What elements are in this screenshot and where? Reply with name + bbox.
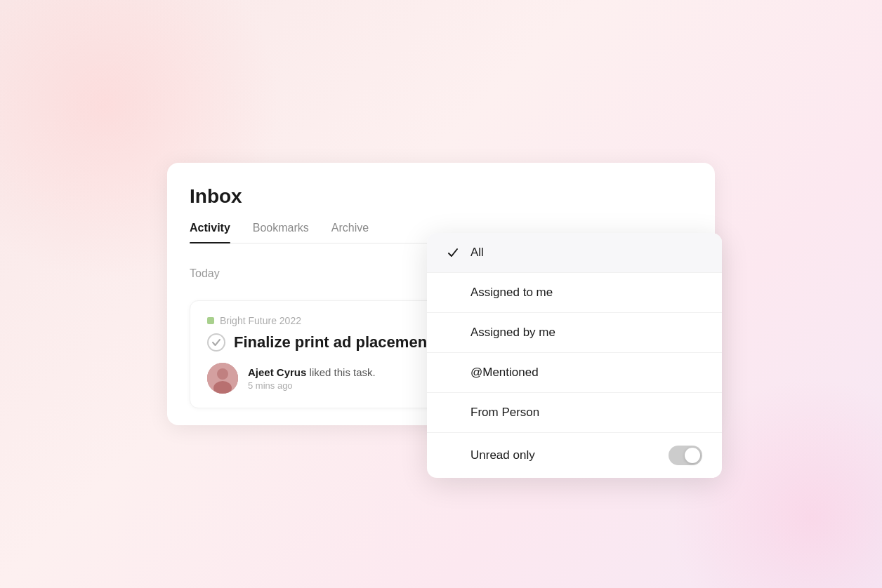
inbox-header: Inbox Activity Bookmarks Archive — [167, 163, 715, 243]
dropdown-item-assigned-by-me[interactable]: Assigned by me — [427, 313, 722, 353]
svg-point-4 — [217, 368, 228, 380]
action-text: liked this task. — [310, 366, 376, 378]
dropdown-label-from-person: From Person — [470, 406, 539, 420]
avatar — [207, 363, 238, 394]
check-placeholder-4 — [447, 406, 459, 419]
checkmark-icon — [447, 246, 459, 259]
task-name: Finalize print ad placements — [234, 333, 441, 352]
task-complete-icon — [207, 333, 225, 352]
tab-activity[interactable]: Activity — [190, 222, 230, 243]
check-placeholder — [447, 286, 459, 299]
dropdown-item-unread-only[interactable]: Unread only — [427, 433, 722, 478]
check-placeholder-2 — [447, 326, 459, 339]
check-placeholder-3 — [447, 366, 459, 379]
dropdown-label-assigned-by-me: Assigned by me — [470, 326, 555, 340]
unread-only-toggle[interactable] — [669, 446, 702, 465]
toggle-knob — [685, 448, 700, 463]
dropdown-label-assigned-to-me: Assigned to me — [470, 286, 553, 300]
tab-archive[interactable]: Archive — [331, 222, 369, 243]
dropdown-item-assigned-to-me[interactable]: Assigned to me — [427, 273, 722, 313]
dropdown-item-from-person[interactable]: From Person — [427, 393, 722, 433]
dropdown-label-unread-only: Unread only — [470, 448, 535, 462]
user-activity-text: Ajeet Cyrus liked this task. — [248, 366, 376, 378]
user-info: Ajeet Cyrus liked this task. 5 mins ago — [248, 366, 376, 391]
ui-container: Inbox Activity Bookmarks Archive Today — [167, 163, 715, 425]
activity-time: 5 mins ago — [248, 380, 376, 391]
dropdown-item-mentioned[interactable]: @Mentioned — [427, 353, 722, 393]
project-name: Bright Future 2022 — [220, 315, 301, 326]
user-name: Ajeet Cyrus — [248, 366, 306, 378]
date-label: Today — [190, 267, 220, 280]
inbox-title: Inbox — [190, 185, 692, 208]
dropdown-label-mentioned: @Mentioned — [470, 366, 539, 380]
dropdown-label-all: All — [470, 246, 484, 260]
filter-dropdown: All Assigned to me Assigned by me @Menti… — [427, 233, 722, 478]
dropdown-item-all[interactable]: All — [427, 233, 722, 273]
project-dot — [207, 317, 214, 324]
check-placeholder-5 — [447, 449, 459, 462]
tab-bookmarks[interactable]: Bookmarks — [253, 222, 309, 243]
